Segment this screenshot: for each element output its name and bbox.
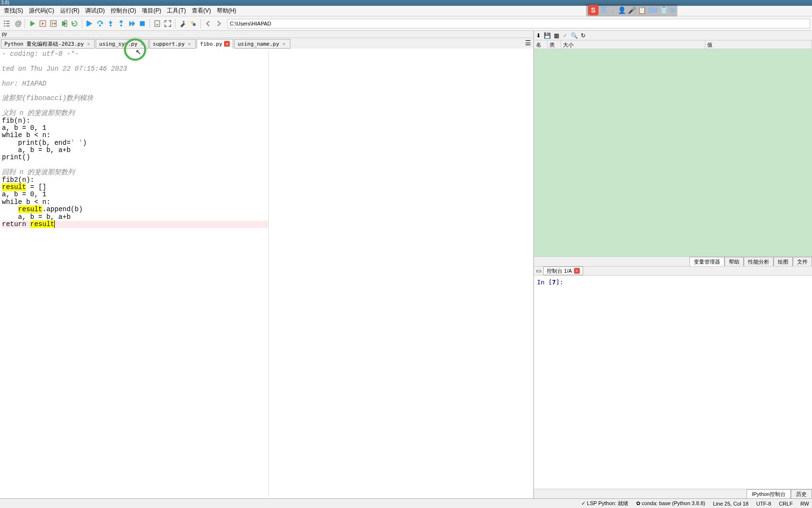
close-icon[interactable]: × — [187, 41, 192, 47]
rerun-icon[interactable] — [70, 19, 79, 28]
variable-pane[interactable] — [534, 49, 812, 256]
run-icon[interactable] — [27, 19, 37, 28]
tab-fibo[interactable]: fibo.py× — [197, 39, 233, 49]
code-editor[interactable]: - coding: utf-8 -*- ted on Thu Jun 22 07… — [0, 49, 533, 498]
status-rw: RW — [800, 501, 809, 507]
console-tab[interactable]: 控制台 1/A× — [543, 267, 583, 275]
variable-header: 名称 类型 大小 值 — [534, 40, 812, 49]
svg-rect-8 — [140, 21, 145, 26]
console-menu-icon[interactable]: ▭ — [536, 267, 541, 274]
run-selection-icon[interactable] — [59, 19, 69, 28]
tab-profiler[interactable]: 性能分析 — [744, 257, 774, 266]
run-cell-icon[interactable] — [38, 19, 48, 28]
step-in-icon[interactable] — [106, 19, 115, 28]
tab-history[interactable]: 历史 — [791, 489, 812, 498]
menu-console[interactable]: 控制台(O) — [108, 6, 139, 16]
status-conda[interactable]: ✿ conda: base (Python 3.8.8) — [636, 500, 705, 507]
title-bar: 3.8) — [0, 0, 812, 6]
maximize-icon[interactable] — [163, 19, 173, 28]
debug-file-icon[interactable] — [152, 19, 162, 28]
variable-tabs: 变量管理器 帮助 性能分析 绘图 文件 — [534, 256, 812, 266]
outline-icon[interactable] — [2, 19, 12, 28]
console-header: ▭ 控制台 1/A× — [534, 266, 812, 276]
tab-support[interactable]: support.py× — [150, 39, 196, 49]
ime-punct[interactable]: ， — [609, 6, 616, 14]
svg-rect-9 — [155, 21, 160, 26]
ime-keyboard-icon[interactable]: ⌨ — [648, 6, 658, 14]
close-icon[interactable]: × — [86, 41, 91, 47]
console-tabs: IPython控制台 历史 — [534, 489, 812, 498]
ime-user-icon[interactable]: 👤 — [618, 6, 626, 14]
debug-icon[interactable] — [85, 19, 94, 28]
python-path-icon[interactable] — [188, 19, 198, 28]
import-icon[interactable]: ⬇ — [536, 32, 541, 39]
tab-variable-explorer[interactable]: 变量管理器 — [689, 257, 725, 266]
menu-source[interactable]: 源代码(C) — [26, 6, 57, 16]
path-input[interactable] — [227, 19, 810, 28]
toolbar: @ — [0, 16, 812, 31]
save-icon[interactable]: 💾 — [544, 32, 551, 39]
close-icon[interactable]: × — [281, 41, 287, 47]
menu-find[interactable]: 查找(S) — [1, 6, 26, 16]
menu-bar: 查找(S) 源代码(C) 运行(R) 调试(D) 控制台(O) 项目(P) 工具… — [0, 6, 812, 16]
ime-bar[interactable]: S 英 ， 👤 🎤 📋 ⌨ 👕 ⊞ — [586, 4, 677, 16]
continue-icon[interactable] — [127, 19, 137, 28]
menu-view[interactable]: 查看(V) — [189, 6, 214, 16]
clear-icon[interactable]: ⟋ — [562, 32, 568, 39]
svg-rect-4 — [87, 21, 87, 26]
editor-tabs: Python 量化编程基础-2023.py× using_sys.py× sup… — [0, 38, 533, 49]
status-encoding[interactable]: UTF-8 — [756, 501, 771, 507]
tab-plots[interactable]: 绘图 — [774, 257, 793, 266]
svg-point-6 — [110, 25, 112, 26]
close-icon[interactable]: × — [224, 41, 230, 47]
status-position: Line 25, Col 18 — [713, 501, 749, 507]
tab-using-sys[interactable]: using_sys.py× — [96, 39, 148, 49]
email-icon[interactable]: @ — [12, 19, 22, 28]
status-eol[interactable]: CRLF — [779, 501, 793, 507]
status-bar: ✓ LSP Python: 就绪 ✿ conda: base (Python 3… — [0, 498, 812, 508]
status-lsp: ✓ LSP Python: 就绪 — [581, 500, 628, 507]
tab-ipython[interactable]: IPython控制台 — [747, 489, 791, 498]
svg-point-7 — [120, 25, 122, 26]
forward-icon[interactable] — [214, 19, 224, 28]
ime-clip-icon[interactable]: 📋 — [638, 6, 646, 14]
preferences-icon[interactable] — [178, 19, 187, 28]
step-over-icon[interactable] — [95, 19, 105, 28]
stop-icon[interactable] — [137, 19, 147, 28]
run-cell-advance-icon[interactable] — [49, 19, 58, 28]
console[interactable]: In [7]: — [534, 276, 812, 489]
svg-point-11 — [193, 23, 196, 26]
svg-text:@: @ — [15, 20, 21, 27]
ime-skin-icon[interactable]: 👕 — [660, 6, 668, 14]
tab-help[interactable]: 帮助 — [725, 257, 744, 266]
sheet-icon[interactable]: ▦ — [554, 32, 559, 39]
search-icon[interactable]: 🔍 — [571, 32, 578, 39]
ime-mic-icon[interactable]: 🎤 — [628, 6, 636, 14]
tab-files[interactable]: 文件 — [793, 257, 812, 266]
svg-point-5 — [99, 25, 101, 26]
menu-help[interactable]: 帮助(H) — [214, 6, 239, 16]
step-out-icon[interactable] — [116, 19, 126, 28]
sogou-icon[interactable]: S — [588, 5, 599, 15]
hamburger-icon[interactable]: ☰ — [525, 39, 531, 47]
tab-python-quant[interactable]: Python 量化编程基础-2023.py× — [1, 39, 95, 49]
refresh-icon[interactable]: ↻ — [581, 32, 586, 39]
back-icon[interactable] — [203, 19, 213, 28]
menu-run[interactable]: 运行(R) — [57, 6, 83, 16]
variable-toolbar: ⬇ 💾 ▦ ⟋ 🔍 ↻ — [534, 31, 812, 40]
tab-using-name[interactable]: using_name.py× — [234, 39, 290, 49]
menu-project[interactable]: 项目(P) — [139, 6, 164, 16]
menu-debug[interactable]: 调试(D) — [82, 6, 108, 16]
file-label: py — [0, 31, 533, 38]
close-icon[interactable]: × — [574, 268, 580, 274]
menu-tools[interactable]: 工具(T) — [164, 6, 188, 16]
close-icon[interactable]: × — [139, 41, 145, 47]
ime-lang[interactable]: 英 — [600, 6, 607, 14]
ime-menu-icon[interactable]: ⊞ — [670, 6, 675, 14]
